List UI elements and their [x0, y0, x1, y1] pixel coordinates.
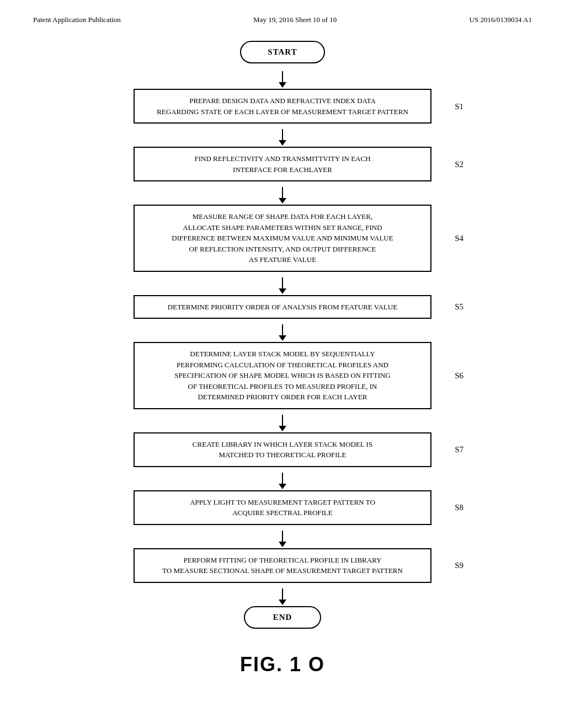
s6-node: DETERMINE LAYER STACK MODEL BY SEQUENTIA… [134, 342, 431, 409]
s1-node: PREPARE DESIGN DATA AND REFRACTIVE INDEX… [134, 89, 431, 124]
s6-label: S6 [455, 370, 463, 382]
start-wrapper: START [240, 41, 324, 63]
s9-node: PERFORM FITTING OF THEORETICAL PROFILE I… [134, 548, 431, 583]
page-header: Patent Application Publication May 19, 2… [0, 0, 565, 30]
s1-wrapper: PREPARE DESIGN DATA AND REFRACTIVE INDEX… [134, 89, 431, 124]
arrow-3 [282, 187, 283, 199]
arrow-9 [282, 588, 283, 601]
s5-label: S5 [455, 301, 463, 313]
s5-node: DETERMINE PRIORITY ORDER OF ANALYSIS FRO… [134, 295, 431, 319]
s2-node: FIND REFLECTIVITY AND TRANSMITTVITY IN E… [134, 147, 431, 181]
header-right: US 2016/0139034 A1 [470, 15, 532, 24]
arrow-5 [282, 324, 283, 336]
s5-wrapper: DETERMINE PRIORITY ORDER OF ANALYSIS FRO… [134, 295, 431, 319]
s4-label: S4 [455, 232, 463, 245]
s8-wrapper: APPLY LIGHT TO MEASUREMENT TARGET PATTER… [134, 490, 431, 525]
start-node: START [240, 41, 324, 63]
s4-node: MEASURE RANGE OF SHAPE DATA FOR EACH LAY… [134, 205, 431, 272]
s8-node: APPLY LIGHT TO MEASUREMENT TARGET PATTER… [134, 490, 431, 525]
s7-node: CREATE LIBRARY IN WHICH LAYER STACK MODE… [134, 432, 431, 467]
arrow-8 [282, 531, 283, 543]
end-node: END [244, 606, 321, 629]
s7-wrapper: CREATE LIBRARY IN WHICH LAYER STACK MODE… [134, 432, 431, 467]
s1-label: S1 [455, 100, 463, 113]
arrow-4 [282, 277, 283, 290]
end-wrapper: END [244, 606, 321, 629]
header-middle: May 19, 2016 Sheet 10 of 10 [253, 15, 337, 24]
s2-wrapper: FIND REFLECTIVITY AND TRANSMITTVITY IN E… [134, 147, 431, 181]
s7-label: S7 [455, 443, 463, 456]
arrow-6 [282, 415, 283, 427]
arrow-1 [282, 71, 283, 83]
arrow-7 [282, 473, 283, 485]
s8-label: S8 [455, 501, 463, 514]
s2-label: S2 [455, 158, 463, 170]
fig-label: FIG. 1 O [0, 653, 565, 676]
s9-label: S9 [455, 559, 463, 572]
arrow-2 [282, 129, 283, 141]
s6-wrapper: DETERMINE LAYER STACK MODEL BY SEQUENTIA… [134, 342, 431, 409]
s4-wrapper: MEASURE RANGE OF SHAPE DATA FOR EACH LAY… [134, 205, 431, 272]
s9-wrapper: PERFORM FITTING OF THEORETICAL PROFILE I… [134, 548, 431, 583]
flowchart: START PREPARE DESIGN DATA AND REFRACTIVE… [0, 30, 565, 640]
header-left: Patent Application Publication [33, 15, 121, 24]
